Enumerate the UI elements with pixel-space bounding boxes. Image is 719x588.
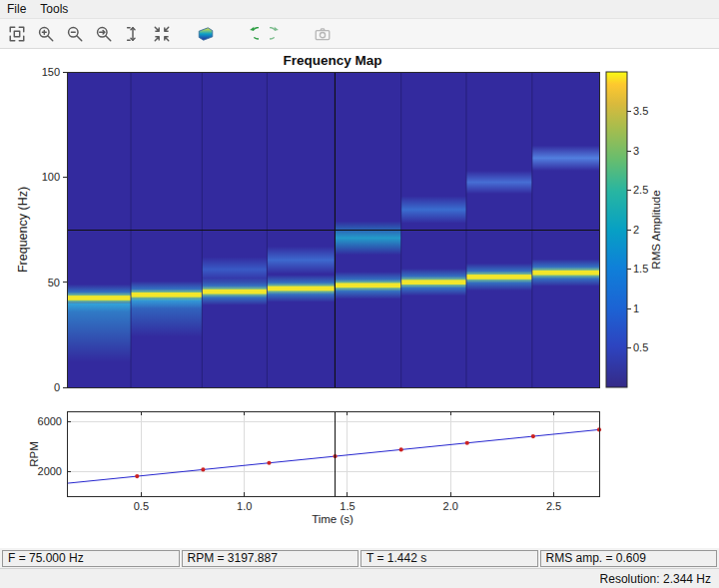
zoom-selection-icon[interactable] bbox=[92, 22, 116, 46]
rpm-axes-background[interactable] bbox=[67, 411, 599, 496]
status-bar: F = 75.000 Hz RPM = 3197.887 T = 1.442 s… bbox=[0, 548, 719, 568]
order-line bbox=[131, 293, 202, 297]
order-line bbox=[335, 284, 401, 289]
toolbar-separator bbox=[296, 19, 306, 48]
colormap-icon[interactable] bbox=[194, 22, 218, 46]
resolution-bar: Resolution: 2.344 Hz bbox=[0, 568, 719, 588]
order-line bbox=[202, 290, 267, 294]
snapshot-icon[interactable] bbox=[311, 22, 335, 46]
autoscale-y-icon[interactable] bbox=[121, 22, 145, 46]
zoom-out-icon[interactable] bbox=[63, 22, 87, 46]
colorbar-tick-label: 1 bbox=[633, 302, 639, 314]
tick-label: 2.5 bbox=[546, 500, 561, 512]
chart-title: Frequency Map bbox=[283, 53, 381, 68]
rpm-axis-label: RPM bbox=[28, 441, 40, 467]
colorbar-label: RMS Amplitude bbox=[650, 190, 662, 269]
order-line bbox=[532, 271, 599, 276]
resolution-text: Resolution: 2.344 Hz bbox=[600, 572, 711, 586]
order-line bbox=[466, 275, 532, 280]
tick-label: 1.0 bbox=[237, 500, 252, 512]
redo-icon[interactable] bbox=[267, 22, 291, 46]
menu-bar: File Tools bbox=[0, 0, 719, 19]
fit-axes-icon[interactable] bbox=[150, 22, 174, 46]
tick-label: 0.5 bbox=[134, 500, 149, 512]
spectrogram-band bbox=[401, 196, 466, 223]
figure-area: 0501001500.511.522.533.50.51.01.52.02.52… bbox=[0, 49, 719, 548]
zoom-in-icon[interactable] bbox=[34, 22, 58, 46]
rms-readout: RMS amp. = 0.609 bbox=[540, 550, 718, 567]
tick-label: 6000 bbox=[38, 415, 62, 427]
tick-label: 150 bbox=[42, 66, 60, 78]
data-marker bbox=[531, 434, 535, 438]
data-marker bbox=[201, 467, 205, 471]
order-line bbox=[67, 295, 131, 300]
colorbar-tick-label: 2 bbox=[633, 224, 639, 236]
toolbar-separator bbox=[223, 19, 233, 48]
toolbar-separator bbox=[179, 19, 189, 48]
fit-to-window-icon[interactable] bbox=[5, 22, 29, 46]
spectrogram-band bbox=[532, 146, 599, 171]
data-marker bbox=[399, 447, 403, 451]
spectrogram-band bbox=[267, 247, 335, 274]
tick-label: 2.0 bbox=[443, 500, 458, 512]
colorbar-tick-label: 3 bbox=[633, 145, 639, 157]
data-marker bbox=[465, 441, 469, 445]
colorbar-tick-label: 0.5 bbox=[633, 341, 648, 353]
tick-label: 2000 bbox=[38, 465, 62, 477]
rpm-readout: RPM = 3197.887 bbox=[182, 550, 360, 567]
colorbar bbox=[606, 72, 627, 387]
menu-file[interactable]: File bbox=[7, 2, 26, 16]
figure-canvas[interactable]: 0501001500.511.522.533.50.51.01.52.02.52… bbox=[0, 49, 719, 548]
freq-axis-label: Frequency (Hz) bbox=[16, 187, 30, 273]
spectrogram-band bbox=[335, 222, 401, 256]
time-axis-label: Time (s) bbox=[312, 513, 354, 525]
time-readout: T = 1.442 s bbox=[360, 550, 538, 567]
tick-label: 1.5 bbox=[340, 500, 355, 512]
spectrogram-band bbox=[67, 303, 131, 362]
frequency-readout: F = 75.000 Hz bbox=[2, 550, 180, 567]
colorbar-tick-label: 1.5 bbox=[633, 263, 648, 275]
order-line bbox=[267, 287, 335, 292]
colorbar-tick-label: 3.5 bbox=[633, 105, 648, 117]
colorbar-tick-label: 2.5 bbox=[633, 184, 648, 196]
order-line bbox=[401, 280, 466, 285]
undo-icon[interactable] bbox=[238, 22, 262, 46]
toolbar bbox=[0, 19, 719, 49]
data-marker bbox=[135, 474, 139, 478]
tick-label: 100 bbox=[42, 171, 60, 183]
data-marker bbox=[267, 461, 271, 465]
tick-label: 50 bbox=[48, 277, 60, 289]
spectrogram-band bbox=[466, 171, 532, 194]
tick-label: 0 bbox=[54, 381, 60, 393]
menu-tools[interactable]: Tools bbox=[40, 2, 68, 16]
